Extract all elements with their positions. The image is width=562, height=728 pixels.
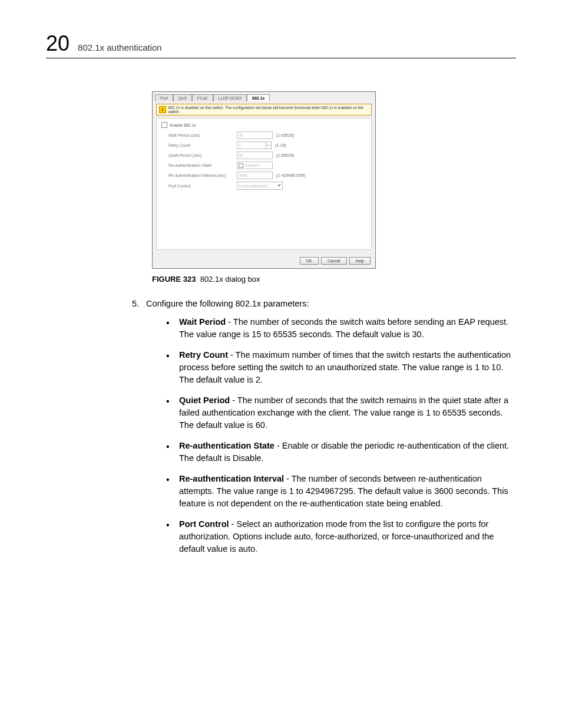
tab-bar: Port QoS FCoE LLDP-DCBX 802.1x (153, 92, 375, 101)
reauth-interval-input[interactable]: 3600 (237, 172, 273, 179)
enable-label: Enable 802.1x (170, 123, 196, 127)
warning-text: 802.1x is disabled on this switch. The c… (168, 106, 369, 114)
quiet-period-label: Quiet Period (sec) (168, 153, 233, 157)
list-item: Re-authentication State - Enable or disa… (164, 440, 516, 465)
button-bar: OK Cancel Help (153, 253, 375, 268)
ok-button[interactable]: OK (300, 257, 319, 265)
reauth-interval-range: (1-4294967295) (276, 173, 306, 177)
figure-title: 802.1x dialog box (200, 275, 260, 284)
chapter-number: 20 (46, 33, 70, 54)
term: Quiet Period (179, 396, 230, 405)
enable-8021x-checkbox[interactable]: Enable 802.1x (161, 122, 366, 128)
retry-count-range: (1-10) (275, 143, 286, 147)
figure-number: FIGURE 323 (152, 275, 196, 284)
checkbox-icon (161, 122, 167, 128)
wait-period-range: (1-65535) (276, 133, 294, 137)
spinner-icon[interactable] (266, 141, 271, 149)
help-button[interactable]: Help (349, 257, 371, 265)
tab-lldp-dcbx[interactable]: LLDP-DCBX (213, 94, 247, 101)
chapter-title: 802.1x authentication (78, 42, 162, 52)
retry-count-input[interactable]: 2 (237, 141, 272, 149)
desc: - The number of seconds the switch waits… (179, 317, 508, 339)
quiet-period-range: (1-65535) (276, 153, 294, 157)
tab-fcoe[interactable]: FCoE (192, 94, 213, 101)
term: Re-authentication State (179, 441, 275, 450)
tab-port[interactable]: Port (155, 94, 173, 101)
reauth-state-checkbox[interactable]: Enabled (237, 162, 273, 169)
chevron-down-icon (277, 185, 281, 187)
wait-period-input[interactable]: 30 (237, 131, 273, 139)
term: Port Control (179, 519, 229, 529)
step-number: 5. (128, 298, 139, 310)
port-control-label: Port Control (168, 184, 233, 188)
list-item: Port Control - Select an authorization m… (164, 518, 516, 555)
quiet-period-input[interactable]: 60 (237, 151, 273, 159)
step-text: Configure the following 802.1x parameter… (146, 298, 309, 310)
list-item: Wait Period - The number of seconds the … (164, 316, 516, 341)
list-item: Retry Count - The maximum number of time… (164, 349, 516, 386)
term: Re-authentication Interval (179, 474, 284, 483)
tab-8021x[interactable]: 802.1x (247, 94, 270, 101)
figure-caption: FIGURE 323 802.1x dialog box (152, 275, 376, 284)
step-5: 5. Configure the following 802.1x parame… (128, 298, 516, 310)
warning-banner: ! 802.1x is disabled on this switch. The… (156, 104, 372, 116)
reauth-state-label: Re-authentication State (168, 163, 233, 167)
port-control-select[interactable]: Force-authorized (237, 182, 283, 190)
page-header: 20 802.1x authentication (46, 33, 516, 58)
cancel-button[interactable]: Cancel (321, 257, 347, 265)
parameter-list: Wait Period - The number of seconds the … (164, 316, 516, 555)
retry-count-label: Retry Count (168, 143, 233, 147)
list-item: Quiet Period - The number of seconds tha… (164, 394, 516, 431)
dialog-box: Port QoS FCoE LLDP-DCBX 802.1x ! 802.1x … (152, 91, 376, 269)
wait-period-label: Wait Period (sec) (168, 133, 233, 137)
list-item: Re-authentication Interval - The number … (164, 473, 516, 510)
tab-qos[interactable]: QoS (173, 94, 192, 101)
reauth-interval-label: Re-authentication Interval (sec) (168, 173, 233, 177)
term: Wait Period (179, 317, 226, 327)
checkbox-icon (239, 163, 243, 168)
term: Retry Count (179, 350, 228, 360)
warning-icon: ! (159, 106, 166, 113)
form-area: Enable 802.1x Wait Period (sec) 30 (1-65… (156, 118, 372, 250)
desc: - The maximum number of times that the s… (179, 350, 511, 384)
